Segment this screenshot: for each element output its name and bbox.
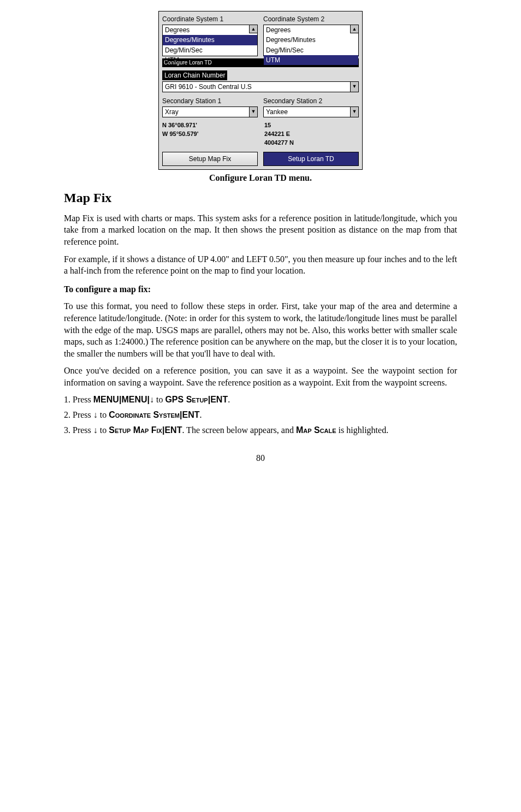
coord-left-line1: N 36°08.971' <box>162 121 257 129</box>
paragraph-3: To use this format, you need to follow t… <box>64 300 457 359</box>
list2-item-dms[interactable]: Deg/Min/Sec <box>264 45 358 55</box>
list2-item-degrees[interactable]: Degrees <box>264 25 358 35</box>
setup-map-fix-button[interactable]: Setup Map Fix <box>162 152 258 166</box>
secondary-station-2-combo[interactable]: Yankee ▼ <box>263 106 359 117</box>
page-number: 80 <box>64 452 457 464</box>
step-3: 3. Press ↓ to Setup Map Fix|ENT. The scr… <box>64 424 457 436</box>
chevron-down-icon[interactable]: ▼ <box>350 82 358 92</box>
coord-right-line2: 244221 E <box>264 130 359 138</box>
list1-item-degmin[interactable]: Degrees/Minutes <box>163 35 257 45</box>
coord-system-2-label: Coordinate System 2 <box>263 15 359 23</box>
loran-chain-value: GRI 9610 - South Central U.S <box>163 82 350 92</box>
configure-subheading: To configure a map fix: <box>64 283 457 295</box>
sec2-value: Yankee <box>264 107 350 117</box>
map-fix-heading: Map Fix <box>64 189 457 206</box>
coord-right-line3: 4004277 N <box>264 139 359 147</box>
list2-item-degmin[interactable]: Degrees/Minutes <box>264 35 358 45</box>
figure-caption: Configure Loran TD menu. <box>64 172 457 184</box>
loran-chain-combo[interactable]: GRI 9610 - South Central U.S ▼ <box>162 81 359 92</box>
step-2: 2. Press ↓ to Coordinate System|ENT. <box>64 409 457 421</box>
setup-loran-td-button[interactable]: Setup Loran TD <box>263 152 359 166</box>
screenshot-panel: Coordinate System 1 ▲ Degrees Degrees/Mi… <box>158 11 363 170</box>
paragraph-4: Once you've decided on a reference posit… <box>64 365 457 388</box>
scroll-up-icon[interactable]: ▲ <box>350 25 358 33</box>
paragraph-2: For example, if it shows a distance of U… <box>64 253 457 277</box>
secondary-station-2-label: Secondary Station 2 <box>263 97 359 105</box>
secondary-station-1-combo[interactable]: Xray ▼ <box>162 106 258 117</box>
list2-item-utm[interactable]: UTM <box>264 55 358 65</box>
chevron-down-icon[interactable]: ▼ <box>249 107 257 117</box>
list1-item-utm[interactable]: UTM <box>163 55 257 65</box>
step-1: 1. Press MENU|MENU|↓ to GPS Setup|ENT. <box>64 394 457 406</box>
list1-item-degrees[interactable]: Degrees <box>163 25 257 35</box>
secondary-station-1-label: Secondary Station 1 <box>162 97 258 105</box>
list1-item-dms[interactable]: Deg/Min/Sec <box>163 45 257 55</box>
loran-chain-label: Loran Chain Number <box>162 70 227 80</box>
paragraph-1: Map Fix is used with charts or maps. Thi… <box>64 212 457 248</box>
scroll-up-icon[interactable]: ▲ <box>249 25 257 33</box>
chevron-down-icon[interactable]: ▼ <box>350 107 358 117</box>
sec1-value: Xray <box>163 107 249 117</box>
coord-system-1-label: Coordinate System 1 <box>162 15 258 23</box>
coord-system-1-list[interactable]: ▲ Degrees Degrees/Minutes Deg/Min/Sec UT… <box>162 25 258 56</box>
coord-right-line1: 15 <box>264 121 359 129</box>
coord-system-2-list[interactable]: ▲ Degrees Degrees/Minutes Deg/Min/Sec UT… <box>263 25 359 56</box>
coord-left-line2: W 95°50.579' <box>162 130 257 138</box>
